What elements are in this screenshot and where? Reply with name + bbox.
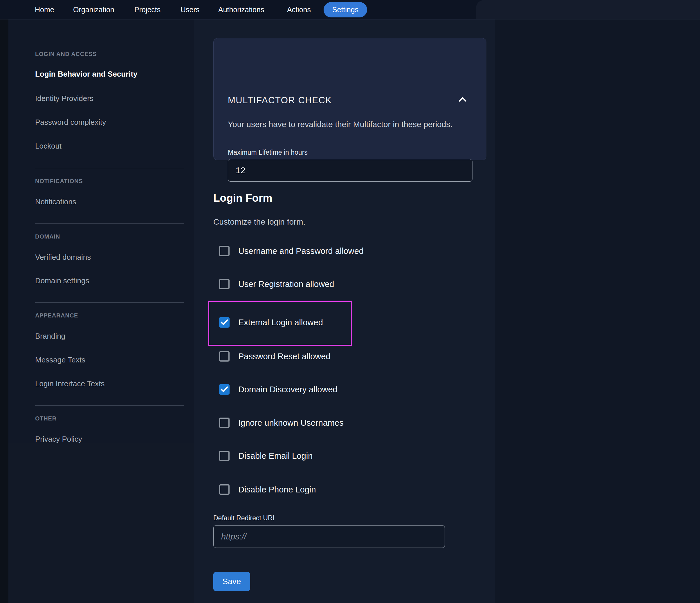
lifetime-input[interactable]	[228, 159, 473, 182]
checkbox-checked	[219, 384, 229, 395]
checkbox-row-disable-email-login[interactable]: Disable Email Login	[219, 446, 312, 466]
checkbox-row-external-login[interactable]: External Login allowed	[219, 312, 323, 332]
checkbox-unchecked	[219, 418, 229, 428]
chevron-up-icon[interactable]	[458, 96, 467, 102]
checkbox-unchecked	[219, 246, 229, 256]
nav-item-projects[interactable]: Projects	[134, 0, 160, 19]
checkbox-row-password-reset[interactable]: Password Reset allowed	[219, 346, 330, 367]
checkbox-label: Username and Password allowed	[238, 246, 364, 256]
nav-item-settings-active[interactable]: Settings	[324, 2, 367, 18]
save-button[interactable]: Save	[213, 572, 250, 591]
sidebar-item-login-interface-texts[interactable]: Login Interface Texts	[35, 379, 104, 388]
sidebar-divider	[35, 223, 184, 224]
navbar-right-panel	[476, 0, 700, 19]
sidebar-item-identity-providers[interactable]: Identity Providers	[35, 94, 94, 103]
card-description: Your users have to revalidate their Mult…	[228, 120, 452, 129]
sidebar-item-notifications[interactable]: Notifications	[35, 197, 76, 206]
redirect-uri-label: Default Redirect URI	[213, 514, 275, 522]
nav-item-label: Projects	[134, 5, 160, 14]
sidebar-section-other: OTHER	[35, 415, 57, 422]
sidebar-divider	[35, 405, 184, 406]
checkbox-row-disable-phone-login[interactable]: Disable Phone Login	[219, 479, 316, 500]
checkbox-unchecked	[219, 451, 229, 461]
sidebar-item-domain-settings[interactable]: Domain settings	[35, 276, 89, 285]
top-navbar: Home Organization Projects Users Authori…	[0, 0, 700, 20]
sidebar-section-domain: DOMAIN	[35, 233, 60, 240]
checkbox-checked	[219, 317, 229, 328]
below-sidebar-background	[8, 444, 194, 603]
nav-item-organization[interactable]: Organization	[73, 0, 114, 19]
nav-item-users[interactable]: Users	[180, 0, 199, 19]
checkbox-label: External Login allowed	[238, 318, 323, 327]
check-icon	[221, 386, 228, 393]
nav-item-label: Organization	[73, 5, 114, 14]
nav-item-label: Settings	[332, 5, 358, 14]
login-form-subtitle: Customize the login form.	[213, 217, 305, 227]
sidebar-item-password-complexity[interactable]: Password complexity	[35, 118, 106, 127]
nav-item-label: Authorizations	[218, 5, 264, 14]
lifetime-field-label: Maximum Lifetime in hours	[228, 149, 308, 156]
nav-item-label: Users	[180, 5, 199, 14]
sidebar-item-verified-domains[interactable]: Verified domains	[35, 253, 91, 262]
checkbox-row-domain-discovery[interactable]: Domain Discovery allowed	[219, 379, 338, 400]
sidebar-section-login-access: LOGIN AND ACCESS	[35, 51, 97, 57]
redirect-uri-input[interactable]	[213, 525, 445, 548]
sidebar-item-login-behavior[interactable]: Login Behavior and Security	[35, 70, 138, 79]
sidebar-divider	[35, 168, 184, 168]
sidebar-divider	[35, 302, 184, 303]
checkbox-label: Disable Phone Login	[238, 485, 316, 495]
nav-item-authorizations[interactable]: Authorizations	[218, 0, 264, 19]
checkbox-label: Domain Discovery allowed	[238, 385, 338, 394]
nav-item-label: Home	[35, 5, 54, 14]
checkbox-label: User Registration allowed	[238, 279, 334, 289]
card-title: MULTIFACTOR CHECK	[228, 95, 332, 106]
checkbox-label: Password Reset allowed	[238, 352, 330, 361]
sidebar-item-privacy-policy[interactable]: Privacy Policy	[35, 435, 82, 444]
nav-item-home[interactable]: Home	[35, 0, 54, 19]
checkbox-row-username-password[interactable]: Username and Password allowed	[219, 241, 364, 261]
nav-item-actions[interactable]: Actions	[287, 0, 311, 19]
sidebar-section-notifications: NOTIFICATIONS	[35, 178, 83, 184]
checkbox-unchecked	[219, 484, 229, 495]
sidebar-item-lockout[interactable]: Lockout	[35, 142, 61, 151]
login-form-heading: Login Form	[213, 192, 272, 204]
settings-sidebar: LOGIN AND ACCESS Login Behavior and Secu…	[8, 20, 194, 444]
checkbox-label: Disable Email Login	[238, 451, 312, 461]
sidebar-item-branding[interactable]: Branding	[35, 332, 65, 341]
check-icon	[221, 319, 228, 326]
checkbox-unchecked	[219, 279, 229, 289]
checkbox-row-ignore-unknown-usernames[interactable]: Ignore unknown Usernames	[219, 412, 344, 433]
console-page: Home Organization Projects Users Authori…	[0, 0, 700, 603]
sidebar-item-message-texts[interactable]: Message Texts	[35, 355, 85, 365]
right-margin-background	[495, 20, 700, 603]
sidebar-section-appearance: APPEARANCE	[35, 312, 78, 319]
checkbox-label: Ignore unknown Usernames	[238, 418, 344, 428]
checkbox-unchecked	[219, 351, 229, 361]
checkbox-row-user-registration[interactable]: User Registration allowed	[219, 274, 334, 294]
nav-item-label: Actions	[287, 5, 311, 14]
multifactor-check-card: MULTIFACTOR CHECK Your users have to rev…	[213, 38, 486, 160]
